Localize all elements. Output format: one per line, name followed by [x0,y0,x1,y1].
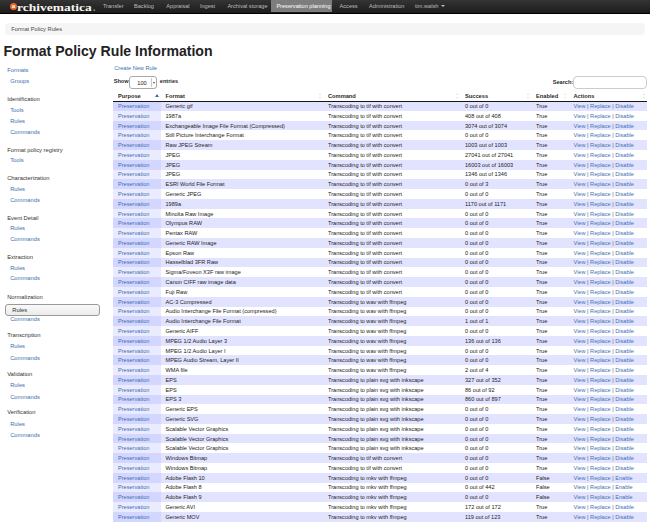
svg-text:.: . [93,3,95,13]
svg-text:rchivematica: rchivematica [17,3,92,13]
